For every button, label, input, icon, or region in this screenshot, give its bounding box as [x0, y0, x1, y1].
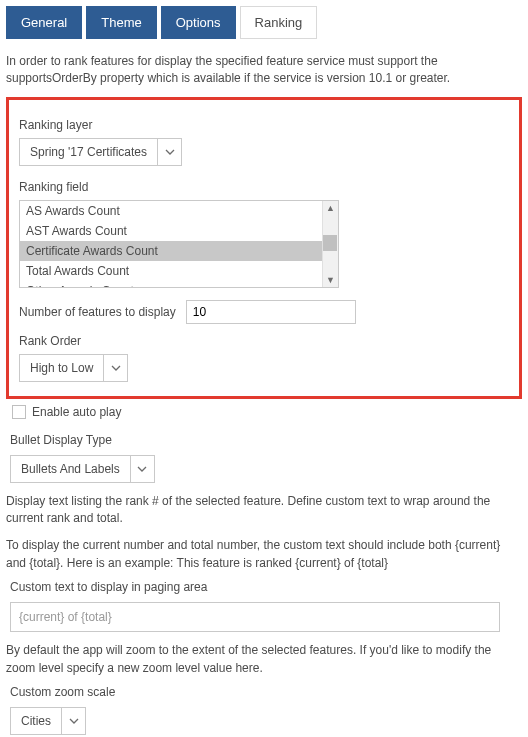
bullet-display-chevron[interactable]	[130, 456, 154, 482]
display-text-help-2: To display the current number and total …	[6, 537, 522, 572]
tab-theme[interactable]: Theme	[86, 6, 156, 39]
rank-order-value: High to Low	[20, 355, 103, 381]
custom-zoom-chevron[interactable]	[61, 708, 85, 734]
chevron-down-icon	[137, 464, 147, 474]
chevron-down-icon	[165, 147, 175, 157]
bullet-display-label: Bullet Display Type	[10, 433, 522, 447]
display-text-help-1: Display text listing the rank # of the s…	[6, 493, 522, 528]
tab-general[interactable]: General	[6, 6, 82, 39]
tab-ranking[interactable]: Ranking	[240, 6, 318, 39]
ranking-layer-select[interactable]: Spring '17 Certificates	[19, 138, 182, 166]
ranking-field-listbox[interactable]: AS Awards Count AST Awards Count Certifi…	[19, 200, 339, 288]
ranking-field-option[interactable]: Total Awards Count	[20, 261, 322, 281]
tab-options[interactable]: Options	[161, 6, 236, 39]
custom-zoom-select[interactable]: Cities	[10, 707, 86, 735]
scroll-down-icon[interactable]: ▼	[326, 275, 335, 285]
chevron-down-icon	[69, 716, 79, 726]
ranking-layer-value: Spring '17 Certificates	[20, 139, 157, 165]
ranking-layer-label: Ranking layer	[19, 118, 509, 132]
custom-zoom-label: Custom zoom scale	[10, 685, 522, 699]
custom-zoom-value: Cities	[11, 708, 61, 734]
ranking-field-label: Ranking field	[19, 180, 509, 194]
tab-list: General Theme Options Ranking	[6, 6, 522, 39]
ranking-field-option[interactable]: AST Awards Count	[20, 221, 322, 241]
rank-order-label: Rank Order	[19, 334, 509, 348]
ranking-field-option[interactable]: Other Awards Count	[20, 281, 322, 287]
bullet-display-value: Bullets And Labels	[11, 456, 130, 482]
scroll-thumb[interactable]	[323, 235, 337, 251]
rank-order-select[interactable]: High to Low	[19, 354, 128, 382]
bullet-display-select[interactable]: Bullets And Labels	[10, 455, 155, 483]
zoom-help-text: By default the app will zoom to the exte…	[6, 642, 522, 677]
chevron-down-icon	[111, 363, 121, 373]
custom-text-input[interactable]: {current} of {total}	[10, 602, 500, 632]
num-features-label: Number of features to display	[19, 305, 176, 319]
custom-text-placeholder: {current} of {total}	[19, 610, 112, 624]
ranking-field-items: AS Awards Count AST Awards Count Certifi…	[20, 201, 322, 287]
auto-play-checkbox[interactable]	[12, 405, 26, 419]
custom-text-label: Custom text to display in paging area	[10, 580, 522, 594]
scroll-up-icon[interactable]: ▲	[326, 203, 335, 213]
auto-play-label: Enable auto play	[32, 405, 121, 419]
intro-text: In order to rank features for display th…	[6, 53, 522, 87]
ranking-layer-chevron[interactable]	[157, 139, 181, 165]
ranking-field-option[interactable]: Certificate Awards Count	[20, 241, 322, 261]
ranking-field-option[interactable]: AS Awards Count	[20, 201, 322, 221]
rank-order-chevron[interactable]	[103, 355, 127, 381]
ranking-config-group: Ranking layer Spring '17 Certificates Ra…	[6, 97, 522, 399]
num-features-input[interactable]	[186, 300, 356, 324]
